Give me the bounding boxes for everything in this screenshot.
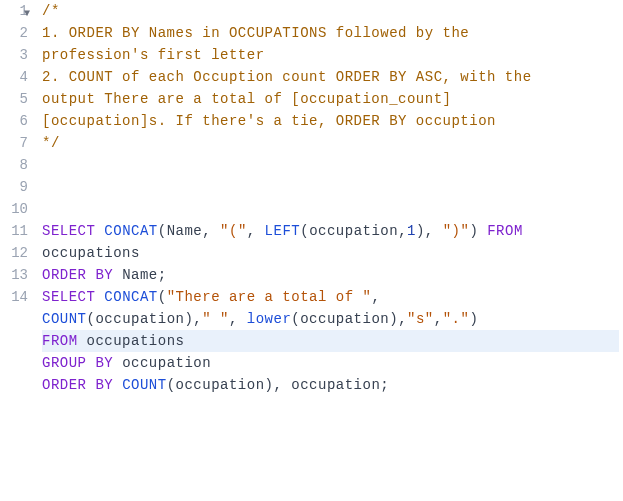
- code-line[interactable]: [42, 154, 619, 176]
- code-line[interactable]: SELECT CONCAT("There are a total of ",: [42, 286, 619, 308]
- code-line[interactable]: profession's first letter: [42, 44, 619, 66]
- paren-close: ): [416, 223, 425, 239]
- comma: ,: [229, 311, 247, 327]
- keyword-from: FROM: [42, 333, 78, 349]
- comma: ,: [371, 289, 389, 305]
- code-line[interactable]: COUNT(occupation)," ", lower(occupation)…: [42, 308, 619, 330]
- ident-occupations: occupations: [42, 245, 140, 261]
- gutter-14[interactable]: 14: [0, 286, 28, 308]
- ident-name: Name: [122, 267, 158, 283]
- gutter-2[interactable]: 2: [0, 22, 28, 44]
- semicolon: ;: [380, 377, 389, 393]
- code-editor: 1▼ 2 3 4 5 6 7 8 9 10 11 12 13 14 /* 1. …: [0, 0, 623, 418]
- ident-occupation: occupation: [309, 223, 398, 239]
- ident-occupation: occupation: [300, 311, 389, 327]
- func-concat: CONCAT: [104, 289, 157, 305]
- number-literal: 1: [407, 223, 416, 239]
- string-literal: "There are a total of ": [167, 289, 372, 305]
- code-line[interactable]: GROUP BY occupation: [42, 352, 619, 374]
- func-left: LEFT: [265, 223, 301, 239]
- keyword-orderby: ORDER BY: [42, 267, 113, 283]
- semicolon: ;: [158, 267, 167, 283]
- keyword-select: SELECT: [42, 289, 95, 305]
- line-gutter: 1▼ 2 3 4 5 6 7 8 9 10 11 12 13 14: [0, 0, 36, 418]
- keyword-orderby: ORDER BY: [42, 377, 113, 393]
- comma: ,: [398, 311, 407, 327]
- comma: ,: [398, 223, 407, 239]
- comma: ,: [193, 311, 202, 327]
- paren-open: (: [167, 377, 176, 393]
- comma: ,: [434, 311, 443, 327]
- gutter-10[interactable]: 10: [0, 198, 28, 220]
- comment-open: /*: [42, 3, 60, 19]
- gutter-11[interactable]: 11: [0, 220, 28, 242]
- func-lower: lower: [247, 311, 292, 327]
- func-concat: CONCAT: [104, 223, 157, 239]
- gutter-4[interactable]: 4: [0, 66, 28, 88]
- comment-text: 2. COUNT of each Occuption count ORDER B…: [42, 69, 540, 85]
- string-literal: "(": [220, 223, 247, 239]
- code-area[interactable]: /* 1. ORDER BY Names in OCCUPATIONS foll…: [36, 0, 623, 418]
- code-line-active[interactable]: FROM occupations: [42, 330, 619, 352]
- gutter-7[interactable]: 7: [0, 132, 28, 154]
- code-line[interactable]: [occupation]s. If there's a tie, ORDER B…: [42, 110, 619, 132]
- paren-open: (: [291, 311, 300, 327]
- code-line[interactable]: SELECT CONCAT(Name, "(", LEFT(occupation…: [42, 220, 619, 242]
- comma: ,: [202, 223, 220, 239]
- code-line[interactable]: ORDER BY COUNT(occupation), occupation;: [42, 374, 619, 396]
- keyword-select: SELECT: [42, 223, 95, 239]
- paren-close: ): [389, 311, 398, 327]
- string-literal: " ": [202, 311, 229, 327]
- keyword-groupby: GROUP BY: [42, 355, 113, 371]
- func-count: COUNT: [42, 311, 87, 327]
- gutter-1[interactable]: 1▼: [0, 0, 28, 22]
- string-literal: "s": [407, 311, 434, 327]
- comma: ,: [273, 377, 291, 393]
- gutter-8[interactable]: 8: [0, 154, 28, 176]
- string-literal: ")": [443, 223, 470, 239]
- gutter-9[interactable]: 9: [0, 176, 28, 198]
- ident-name: Name: [167, 223, 203, 239]
- ident-occupation: occupation: [291, 377, 380, 393]
- ident-occupation: occupation: [176, 377, 265, 393]
- paren-close: ): [184, 311, 193, 327]
- code-line[interactable]: 2. COUNT of each Occuption count ORDER B…: [42, 66, 619, 88]
- gutter-3[interactable]: 3: [0, 44, 28, 66]
- code-line[interactable]: */: [42, 132, 619, 154]
- string-literal: ".": [443, 311, 470, 327]
- ident-occupations: occupations: [87, 333, 185, 349]
- ident-occupation: occupation: [122, 355, 211, 371]
- paren-open: (: [158, 223, 167, 239]
- code-line[interactable]: [42, 176, 619, 198]
- func-count: COUNT: [122, 377, 167, 393]
- gutter-6[interactable]: 6: [0, 110, 28, 132]
- gutter-5[interactable]: 5: [0, 88, 28, 110]
- comment-text: profession's first letter: [42, 47, 265, 63]
- ident-occupation: occupation: [95, 311, 184, 327]
- paren-open: (: [158, 289, 167, 305]
- code-line[interactable]: /*: [42, 0, 619, 22]
- comment-text: output There are a total of [occupation_…: [42, 91, 460, 107]
- comment-close: */: [42, 135, 60, 151]
- gutter-13[interactable]: 13: [0, 264, 28, 286]
- gutter-12[interactable]: 12: [0, 242, 28, 264]
- code-line[interactable]: output There are a total of [occupation_…: [42, 88, 619, 110]
- comma: ,: [425, 223, 443, 239]
- code-line[interactable]: ORDER BY Name;: [42, 264, 619, 286]
- paren-open: (: [300, 223, 309, 239]
- paren-close: ): [469, 223, 478, 239]
- keyword-from: FROM: [487, 223, 523, 239]
- comment-text: [occupation]s. If there's a tie, ORDER B…: [42, 113, 496, 129]
- paren-close: ): [469, 311, 478, 327]
- comment-text: 1. ORDER BY Names in OCCUPATIONS followe…: [42, 25, 478, 41]
- comma: ,: [247, 223, 265, 239]
- code-line[interactable]: 1. ORDER BY Names in OCCUPATIONS followe…: [42, 22, 619, 44]
- code-line[interactable]: occupations: [42, 242, 619, 264]
- code-line[interactable]: [42, 396, 619, 418]
- code-line[interactable]: [42, 198, 619, 220]
